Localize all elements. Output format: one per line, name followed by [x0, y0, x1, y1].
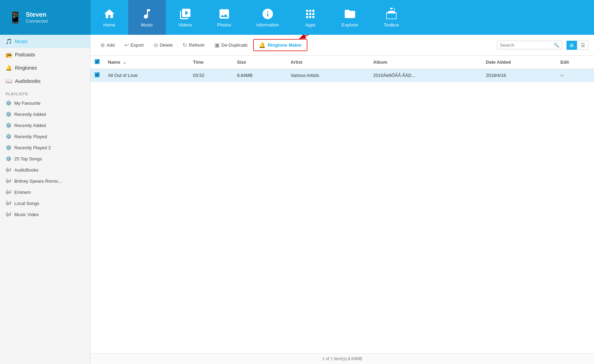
nav-music[interactable]: Music — [128, 0, 166, 35]
row-edit: ✏ — [556, 69, 594, 82]
playlist-label: AudioBooks — [14, 167, 38, 173]
playlist-label: My Favourite — [14, 101, 40, 106]
nav-photos-label: Photos — [217, 22, 231, 27]
playlist-label: Eminem — [14, 190, 31, 195]
music-note-icon: 🎵 — [6, 38, 12, 45]
svg-line-1 — [300, 35, 328, 38]
nav-apps[interactable]: Apps — [291, 0, 329, 35]
playlist-britney[interactable]: 🎶 Britney Spears Remix... — [0, 175, 90, 187]
playlist-label: Recently Played 2 — [14, 145, 51, 150]
nav-toolbox[interactable]: Toolbox — [371, 0, 412, 35]
add-label: Add — [107, 42, 115, 48]
gear-icon-3: ⚙️ — [6, 122, 11, 128]
export-button[interactable]: ↩ Export — [120, 40, 148, 50]
row-size: 8.84MB — [233, 69, 287, 82]
nav-information-label: Information — [256, 22, 279, 27]
playlists-label: PLAYLISTS — [0, 88, 90, 97]
nav-videos[interactable]: Videos — [166, 0, 205, 35]
add-button[interactable]: ⊕ Add — [96, 40, 119, 50]
list-view-button[interactable]: ☰ — [578, 41, 588, 50]
bell-icon: 🔔 — [6, 65, 12, 71]
music-list-icon-5: 🎶 — [6, 212, 11, 217]
sidebar-item-audiobooks[interactable]: 📖 Audiobooks — [0, 74, 90, 88]
playlist-label: Local Songs — [14, 201, 39, 206]
playlist-recently-played-2[interactable]: ⚙️ Recently Played 2 — [0, 142, 90, 153]
search-input[interactable] — [500, 42, 552, 48]
top-nav: 📱 Steven Connected Home Music Videos Pho… — [0, 0, 594, 35]
gear-icon-5: ⚙️ — [6, 145, 11, 150]
sidebar-item-music[interactable]: 🎵 Music — [0, 35, 90, 48]
nav-items: Home Music Videos Photos Information App… — [91, 0, 594, 35]
nav-explorer-label: Explorer — [342, 22, 358, 27]
search-box[interactable]: 🔍 — [497, 41, 562, 49]
header-edit: Edit — [556, 56, 594, 69]
nav-music-label: Music — [141, 22, 153, 27]
playlist-label: Recently Added — [14, 123, 46, 128]
playlist-eminem[interactable]: 🎶 Eminem — [0, 187, 90, 198]
ringtone-wrapper: 🔔 Ringtone Maker — [253, 39, 307, 51]
music-list-icon-2: 🎶 — [6, 178, 11, 184]
ringtone-label: Ringtone Maker — [268, 42, 302, 48]
playlist-25-top-songs[interactable]: ⚙️ 25 Top Songs — [0, 153, 90, 164]
export-label: Export — [131, 42, 144, 48]
music-table: Name ▲ Time Size Artist Album Date Added… — [91, 56, 594, 353]
phone-icon: 📱 — [8, 11, 22, 24]
row-artist: Various Artists — [287, 69, 369, 82]
table-body: All Out of Love 03:52 8.84MB Various Art… — [91, 69, 594, 82]
ringtone-maker-button[interactable]: 🔔 Ringtone Maker — [253, 39, 307, 51]
gear-icon-4: ⚙️ — [6, 134, 11, 139]
ringtone-bell-icon: 🔔 — [259, 42, 266, 48]
row-checkbox[interactable] — [95, 72, 100, 77]
refresh-label: Refresh — [189, 42, 205, 48]
playlist-recently-added-1[interactable]: ⚙️ Recently Added — [0, 109, 90, 120]
podcast-icon: 📻 — [6, 52, 12, 58]
header-artist: Artist — [287, 56, 369, 69]
toolbar: ⊕ Add ↩ Export ⊖ Delete ↻ Refresh ▣ De-D… — [91, 35, 594, 56]
delete-icon: ⊖ — [154, 42, 158, 48]
deduplicate-icon: ▣ — [214, 42, 220, 48]
sidebar-item-ringtones[interactable]: 🔔 Ringtones — [0, 61, 90, 74]
header-name: Name ▲ — [104, 56, 189, 69]
add-icon: ⊕ — [100, 42, 105, 48]
playlist-local-songs[interactable]: 🎶 Local Songs — [0, 198, 90, 209]
playlist-label: Recently Added — [14, 112, 46, 117]
table-header: Name ▲ Time Size Artist Album Date Added… — [91, 56, 594, 69]
refresh-button[interactable]: ↻ Refresh — [178, 40, 209, 50]
deduplicate-button[interactable]: ▣ De-Duplicate — [210, 40, 252, 50]
tracks-table: Name ▲ Time Size Artist Album Date Added… — [91, 56, 594, 82]
device-name: Steven — [26, 11, 48, 18]
nav-videos-label: Videos — [178, 22, 192, 27]
table-row[interactable]: All Out of Love 03:52 8.84MB Various Art… — [91, 69, 594, 82]
row-checkbox-cell — [91, 69, 104, 82]
search-icon: 🔍 — [554, 42, 559, 48]
nav-photos[interactable]: Photos — [205, 0, 244, 35]
view-toggle: ⊞ ☰ — [566, 41, 588, 50]
row-date-added: 2018/4/16 — [482, 69, 556, 82]
nav-home[interactable]: Home — [91, 0, 128, 35]
nav-information[interactable]: Information — [244, 0, 291, 35]
header-date-added: Date Added — [482, 56, 556, 69]
main-layout: 🎵 Music 📻 Podcasts 🔔 Ringtones 📖 Audiobo… — [0, 35, 594, 364]
select-all-checkbox[interactable] — [95, 59, 100, 64]
status-bar: 1 of 1 item(s),8.84MB — [91, 353, 594, 364]
row-time: 03:52 — [189, 69, 233, 82]
playlist-recently-added-2[interactable]: ⚙️ Recently Added — [0, 120, 90, 131]
playlist-music-video[interactable]: 🎶 Music Video — [0, 209, 90, 220]
header-album: Album — [369, 56, 482, 69]
playlist-recently-played[interactable]: ⚙️ Recently Played — [0, 131, 90, 142]
refresh-icon: ↻ — [182, 42, 187, 48]
music-list-icon-4: 🎶 — [6, 200, 11, 206]
grid-view-button[interactable]: ⊞ — [566, 41, 577, 50]
playlist-label: Britney Spears Remix... — [14, 179, 62, 184]
sidebar-item-podcasts[interactable]: 📻 Podcasts — [0, 48, 90, 61]
playlist-label: Recently Played — [14, 134, 47, 139]
nav-explorer[interactable]: Explorer — [329, 0, 371, 35]
playlist-my-favourite[interactable]: ⚙️ My Favourite — [0, 97, 90, 109]
gear-icon-6: ⚙️ — [6, 156, 11, 161]
sidebar-audiobooks-label: Audiobooks — [15, 78, 40, 84]
playlist-audiobooks[interactable]: 🎶 AudioBooks — [0, 164, 90, 175]
delete-button[interactable]: ⊖ Delete — [149, 40, 177, 50]
nav-apps-label: Apps — [305, 22, 315, 27]
music-list-icon-1: 🎶 — [6, 167, 11, 173]
edit-pencil-icon[interactable]: ✏ — [560, 73, 564, 78]
